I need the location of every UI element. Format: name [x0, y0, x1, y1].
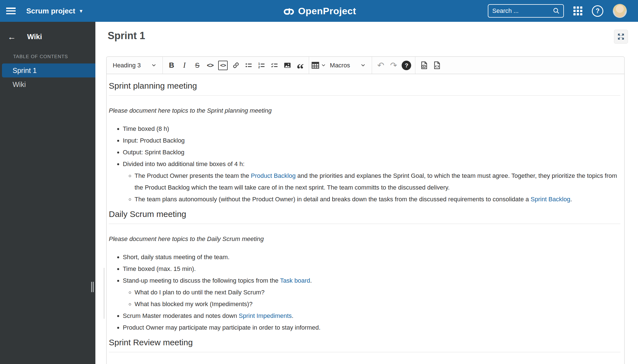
editor-toolbar: Heading 3 B I S <> <> [107, 57, 624, 74]
toolbar-separator [372, 57, 372, 74]
heading-dropdown-label: Heading 3 [113, 62, 141, 69]
undo-button[interactable]: ↶ [374, 59, 387, 72]
sidebar-resizer-line[interactable] [104, 268, 104, 319]
sidebar-resize-grip[interactable] [91, 282, 94, 292]
macros-dropdown[interactable]: Macros [325, 59, 369, 72]
list-item: Divided into two additional time boxes o… [123, 158, 620, 205]
back-arrow-icon[interactable]: ← [8, 33, 16, 41]
logo-text: OpenProject [298, 6, 356, 16]
user-avatar[interactable] [613, 4, 627, 18]
page-header: Sprint 1 [95, 22, 638, 44]
strikethrough-icon: S [195, 62, 199, 69]
block-quote-icon: “ [296, 59, 304, 72]
search-icon[interactable] [553, 7, 560, 15]
strikethrough-button[interactable]: S [191, 59, 204, 72]
todo-list-button[interactable] [268, 59, 281, 72]
sidebar-item-wiki[interactable]: Wiki [0, 77, 95, 91]
search-input[interactable] [492, 7, 553, 15]
list-item: Output: Sprint Backlog [123, 146, 620, 158]
bulleted-list-button[interactable] [242, 59, 255, 72]
wiki-sidebar: ← Wiki TABLE OF CONTENTS Sprint 1 Wiki [0, 22, 95, 364]
sidebar-item-label: Sprint 1 [13, 67, 37, 75]
list-item: Scrum Master moderates and notes down Sp… [123, 310, 620, 322]
code-block-button[interactable]: <> [216, 59, 229, 72]
bold-icon: B [169, 61, 174, 70]
modules-grid-icon[interactable] [573, 6, 582, 15]
image-icon [284, 62, 291, 69]
preview-button[interactable] [418, 59, 430, 72]
chevron-down-icon [361, 64, 365, 67]
list-item: What has blocked my work (Impediments)? [135, 298, 620, 310]
page-title: Sprint 1 [108, 30, 145, 42]
link-icon [232, 62, 240, 69]
svg-text:1: 1 [258, 62, 260, 65]
wiki-link-task-board[interactable]: Task board [280, 277, 310, 284]
italic-button[interactable]: I [178, 59, 191, 72]
nested-bullet-list: What do I plan to do until the next Dail… [123, 287, 620, 310]
italic-icon: I [183, 61, 186, 70]
sidebar-item-label: Wiki [13, 81, 26, 89]
image-button[interactable] [281, 59, 294, 72]
chevron-down-icon [322, 64, 325, 67]
list-item: Short, daily status meeting of the team. [123, 251, 620, 263]
main-content: Sprint 1 Heading 3 B I S <> [95, 22, 638, 364]
openproject-logo-icon [282, 6, 295, 16]
help-icon[interactable]: ? [592, 5, 603, 17]
global-search[interactable] [488, 4, 564, 18]
section-heading: Daily Scrum meeting [109, 209, 620, 224]
block-quote-button[interactable]: “ [294, 59, 307, 72]
project-selector[interactable]: Scrum project ▾ [26, 7, 83, 15]
list-item: Stand-up meeting to discuss the followin… [123, 275, 620, 310]
heading-dropdown[interactable]: Heading 3 [108, 59, 160, 72]
bulleted-list-icon [245, 62, 253, 69]
editor-content[interactable]: Sprint planning meeting Please document … [107, 74, 624, 364]
list-item: The team plans autonomously (without the… [135, 193, 620, 205]
wiki-link-sprint-impediments[interactable]: Sprint Impediments [239, 312, 292, 319]
numbered-list-button[interactable]: 1 2 [255, 59, 268, 72]
toolbar-separator [415, 57, 415, 74]
macros-label: Macros [330, 62, 350, 69]
project-name: Scrum project [26, 7, 75, 15]
toolbar-separator [309, 57, 309, 74]
preview-icon [420, 61, 428, 69]
inline-code-icon: <> [207, 62, 213, 69]
sidebar-item-sprint-1[interactable]: Sprint 1 [2, 63, 95, 77]
link-button[interactable] [229, 59, 242, 72]
toolbar-separator [163, 57, 163, 74]
sidebar-title: Wiki [27, 32, 42, 41]
list-item: The Product Owner presents the team the … [135, 170, 620, 193]
sidebar-header: ← Wiki [0, 22, 95, 41]
redo-button[interactable]: ↷ [387, 59, 400, 72]
table-icon [311, 62, 319, 69]
markdown-source-button[interactable] [430, 59, 443, 72]
chevron-down-icon [152, 64, 156, 67]
redo-icon: ↷ [390, 60, 397, 70]
svg-text:2: 2 [258, 65, 260, 69]
section-heading: Sprint planning meeting [109, 81, 620, 96]
section-intro: Please document here topics to the Daily… [109, 235, 620, 243]
section-intro: Please document here topics to the Sprin… [109, 107, 620, 115]
insert-table-button[interactable] [311, 59, 325, 72]
top-header: Scrum project ▾ OpenProject ? [0, 0, 638, 22]
list-item: Time boxed (8 h) [123, 123, 620, 135]
editor-help-button[interactable]: ? [400, 59, 413, 72]
list-item: Input: Product Backlog [123, 135, 620, 146]
bullet-list: Time boxed (8 h) Input: Product Backlog … [109, 123, 620, 205]
help-glyph: ? [595, 7, 599, 15]
editor-help-icon: ? [402, 61, 411, 70]
bold-button[interactable]: B [165, 59, 178, 72]
openproject-logo[interactable]: OpenProject [282, 6, 356, 16]
bullet-list: Short, daily status meeting of the team.… [109, 251, 620, 334]
wiki-link-sprint-backlog[interactable]: Sprint Backlog [531, 196, 570, 203]
chevron-down-icon: ▾ [80, 8, 83, 14]
markdown-source-icon [433, 61, 441, 69]
hamburger-menu-icon[interactable] [6, 8, 16, 14]
inline-code-button[interactable]: <> [204, 59, 216, 72]
wiki-link-product-backlog[interactable]: Product Backlog [251, 172, 296, 179]
section-daily-scrum: Daily Scrum meeting Please document here… [109, 209, 620, 334]
fullscreen-button[interactable] [614, 30, 628, 44]
section-sprint-planning: Sprint planning meeting Please document … [109, 81, 620, 205]
header-actions: ? [488, 4, 627, 18]
toc-heading: TABLE OF CONTENTS [13, 54, 95, 60]
todo-list-icon [271, 62, 278, 69]
